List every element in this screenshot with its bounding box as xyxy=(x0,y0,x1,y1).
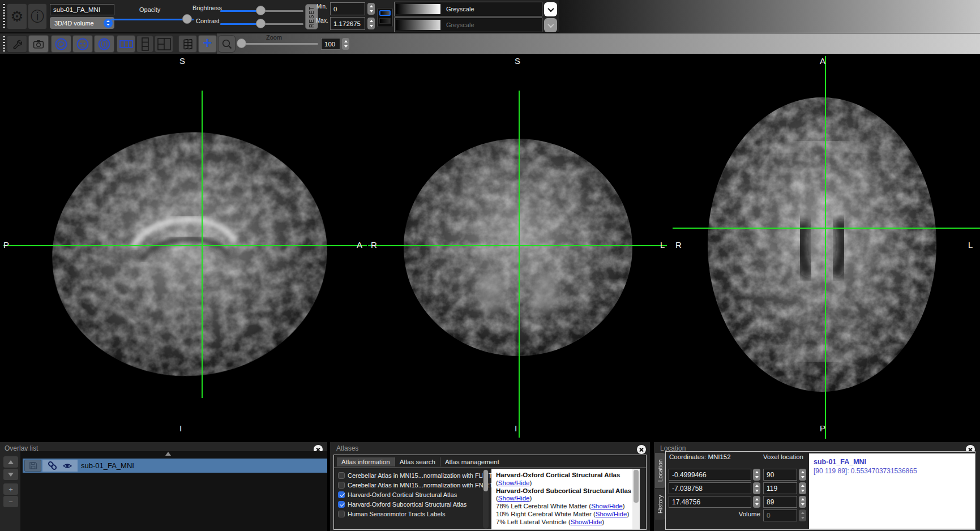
tab-atlas-search[interactable]: Atlas search xyxy=(395,457,440,466)
opacity-slider-knob[interactable] xyxy=(182,14,192,24)
atlas-info-scrollbar[interactable] xyxy=(632,469,640,529)
tab-atlas-management[interactable]: Atlas management xyxy=(440,457,504,466)
view-settings-button[interactable] xyxy=(7,35,27,53)
volume-label: Volume xyxy=(735,511,760,517)
sagittal-crosshair-vertical[interactable] xyxy=(202,91,203,398)
zoom-input[interactable] xyxy=(321,38,340,50)
toggle-axial-button[interactable] xyxy=(94,35,114,53)
atlas-checkbox-row[interactable]: Harvard-Oxford Subcortical Structural At… xyxy=(338,499,467,509)
toggle-coronal-button[interactable] xyxy=(72,35,93,53)
voxel-z-input[interactable] xyxy=(763,496,797,508)
show-hide-link[interactable]: Show/Hide xyxy=(596,511,627,517)
world-y-input[interactable] xyxy=(669,482,751,494)
scroll-up-icon[interactable] xyxy=(165,452,171,456)
location-info-overlay-name: sub-01_FA_MNI xyxy=(814,458,970,466)
paren: ) xyxy=(623,503,625,509)
scrollbar-thumb[interactable] xyxy=(634,470,639,503)
colourmap-select-secondary: Greyscale xyxy=(394,18,542,32)
eye-icon[interactable] xyxy=(62,461,72,470)
checkbox-unchecked-icon[interactable] xyxy=(338,472,345,479)
overlay-type-value: 3D/4D volume xyxy=(54,20,94,27)
display-settings-button[interactable]: ⚙ xyxy=(7,3,27,29)
atlases-close-button[interactable] xyxy=(637,445,646,454)
layout-grid-button[interactable] xyxy=(155,35,173,53)
atlas-list-scrollbar[interactable] xyxy=(483,469,489,529)
overlay-move-down-button[interactable] xyxy=(3,469,18,480)
toolbar2-drag-handle[interactable] xyxy=(3,36,5,52)
colourmap-primary-dropdown-button[interactable] xyxy=(544,2,557,16)
voxel-y-input[interactable] xyxy=(763,482,797,494)
max-input[interactable] xyxy=(330,17,365,30)
show-hide-link[interactable]: Show/Hide xyxy=(498,479,530,486)
atlas-checkbox-row[interactable]: Harvard-Oxford Cortical Structural Atlas xyxy=(338,490,457,499)
show-hide-link[interactable]: Show/Hide xyxy=(571,519,602,525)
show-hide-link[interactable]: Show/Hide xyxy=(591,503,623,509)
zoom-slider[interactable] xyxy=(240,43,318,45)
colourmap-thumb-selected[interactable] xyxy=(379,10,391,16)
colourmap-thumbnails[interactable] xyxy=(377,8,393,27)
tab-history[interactable]: History xyxy=(655,489,665,520)
voxel-z-stepper[interactable] xyxy=(799,496,806,508)
atlas-checkbox-row[interactable]: Human Sensorimotor Tracts Labels xyxy=(338,509,445,519)
coronal-label-right: R xyxy=(371,240,377,250)
brightness-slider-knob[interactable] xyxy=(256,6,266,15)
overlay-remove-button[interactable]: − xyxy=(3,496,18,507)
coronal-label-superior: S xyxy=(515,56,520,66)
overlay-info-button[interactable]: ⓘ xyxy=(28,3,47,29)
checkbox-unchecked-icon[interactable] xyxy=(338,482,345,489)
coronal-crosshair-vertical[interactable] xyxy=(519,91,520,438)
max-stepper[interactable] xyxy=(367,18,375,29)
tab-location[interactable]: Location xyxy=(655,453,665,488)
opacity-slider[interactable] xyxy=(111,19,194,20)
screenshot-button[interactable] xyxy=(28,35,49,53)
world-y-stepper[interactable] xyxy=(753,482,760,494)
overlay-move-up-button[interactable] xyxy=(3,456,18,468)
world-z-stepper[interactable] xyxy=(753,496,760,508)
layout-grid-icon xyxy=(157,38,171,50)
show-hide-link[interactable]: Show/Hide xyxy=(498,495,530,502)
colourmap-thumb-secondary[interactable] xyxy=(379,18,391,24)
tab-atlas-information[interactable]: Atlas information xyxy=(337,457,395,466)
axial-crosshair-horizontal[interactable] xyxy=(673,228,980,229)
crosshair-mode-button[interactable]: + xyxy=(198,35,217,53)
overlay-list-item[interactable]: sub-01_FA_MNI xyxy=(23,459,327,473)
movie-mode-button[interactable] xyxy=(178,35,197,53)
axial-label-right: R xyxy=(675,240,682,250)
link-icon[interactable] xyxy=(48,461,57,470)
zoom-mode-button[interactable] xyxy=(218,35,236,53)
atlas-checkbox-row[interactable]: Cerebellar Atlas in MNI15...normalizatio… xyxy=(338,480,493,490)
ortho-canvas[interactable]: S I P A S I R L A P R L xyxy=(0,55,980,440)
overlay-name-input[interactable] xyxy=(50,4,114,15)
fsleyes-window: ⚙ ⓘ 3D/4D volume Opacity Brightness Cont… xyxy=(0,0,980,531)
voxel-x-stepper[interactable] xyxy=(799,469,806,481)
toggle-sagittal-button[interactable] xyxy=(51,35,71,53)
checkbox-unchecked-icon[interactable] xyxy=(338,511,345,517)
voxel-y-stepper[interactable] xyxy=(799,482,806,494)
checkbox-checked-icon[interactable] xyxy=(338,491,345,498)
colourmap-select-primary[interactable]: Greyscale xyxy=(394,2,542,16)
scrollbar-thumb[interactable] xyxy=(483,470,488,491)
sagittal-crosshair-horizontal[interactable] xyxy=(3,245,367,246)
coronal-crosshair-horizontal[interactable] xyxy=(368,245,667,246)
overlay-save-button[interactable] xyxy=(24,460,41,472)
world-x-stepper[interactable] xyxy=(753,469,760,481)
overlay-add-button[interactable]: + xyxy=(3,483,18,495)
atlas-checkbox-row[interactable]: Cerebellar Atlas in MNI15...normalizatio… xyxy=(338,470,492,480)
axial-crosshair-vertical[interactable] xyxy=(825,56,826,439)
toolbar-drag-handle[interactable] xyxy=(3,4,5,29)
contrast-slider-knob[interactable] xyxy=(256,19,266,28)
magnifier-icon xyxy=(221,38,233,50)
min-stepper[interactable] xyxy=(367,3,375,15)
world-z-input[interactable] xyxy=(669,496,751,508)
zoom-slider-knob[interactable] xyxy=(237,38,246,48)
voxel-x-input[interactable] xyxy=(763,469,797,481)
min-input[interactable] xyxy=(330,2,365,15)
overlay-type-select[interactable]: 3D/4D volume xyxy=(50,17,114,29)
world-x-input[interactable] xyxy=(669,469,751,481)
layout-horizontal-button[interactable] xyxy=(117,35,135,53)
zoom-stepper[interactable] xyxy=(342,38,349,50)
layout-vertical-button[interactable] xyxy=(136,35,153,53)
max-label: Max. xyxy=(316,18,328,24)
checkbox-checked-icon[interactable] xyxy=(338,501,345,508)
atlas-region-entry: 10% Right Cerebral White Matter xyxy=(496,511,592,517)
